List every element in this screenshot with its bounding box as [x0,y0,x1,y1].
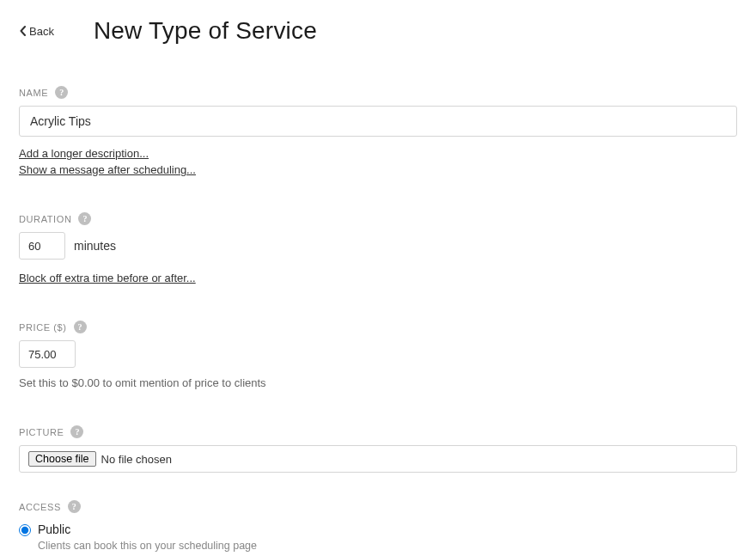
help-icon[interactable]: ? [74,321,87,333]
add-description-link[interactable]: Add a longer description... [19,147,149,160]
duration-label: DURATION [19,214,71,224]
chevron-left-icon [19,26,27,36]
choose-file-button[interactable]: Choose file [28,451,96,467]
price-help-text: Set this to $0.00 to omit mention of pri… [19,376,737,389]
price-label: PRICE ($) [19,322,67,333]
name-input[interactable] [19,106,737,137]
price-input[interactable] [19,340,76,368]
file-status: No file chosen [101,453,172,466]
show-message-link[interactable]: Show a message after scheduling... [19,163,196,176]
back-button[interactable]: Back [19,25,54,38]
access-desc-public: Clients can book this on your scheduling… [38,539,257,554]
page-title: New Type of Service [94,17,317,45]
block-off-link[interactable]: Block off extra time before or after... [19,272,196,284]
file-input-row[interactable]: Choose file No file chosen [19,445,737,473]
duration-input[interactable] [19,232,65,260]
access-radio-public[interactable] [19,524,31,536]
duration-unit: minutes [74,239,116,253]
name-label: NAME [19,88,48,98]
back-label: Back [29,25,54,38]
help-icon[interactable]: ? [68,500,81,513]
picture-label: PICTURE [19,427,64,437]
help-icon[interactable]: ? [70,425,83,438]
help-icon[interactable]: ? [78,212,91,225]
access-label-public[interactable]: Public [38,522,70,536]
access-label: ACCESS [19,502,61,512]
help-icon[interactable]: ? [55,86,68,99]
